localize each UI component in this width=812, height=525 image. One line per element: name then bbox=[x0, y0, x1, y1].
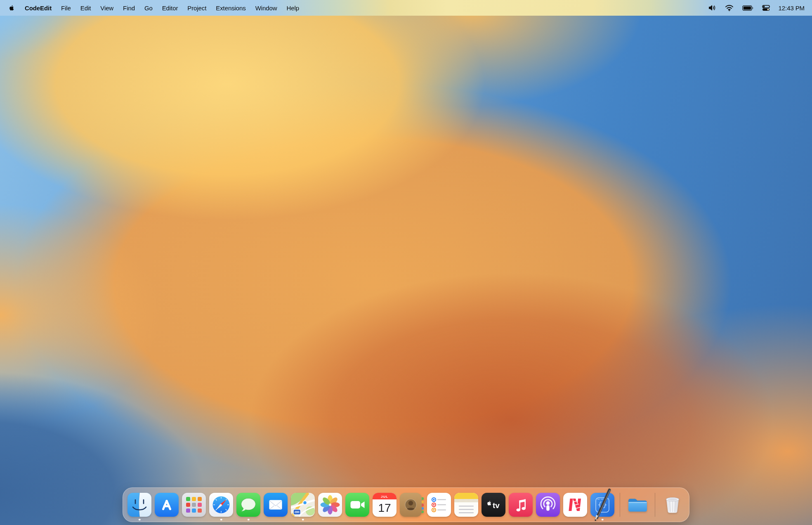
dock-item-reminders[interactable] bbox=[427, 493, 451, 517]
menu-bar-clock[interactable]: 12:43 PM bbox=[779, 5, 805, 12]
dock-item-notes[interactable] bbox=[454, 493, 478, 517]
desktop-wallpaper bbox=[0, 0, 812, 525]
dock-item-maps[interactable]: 280 bbox=[291, 493, 315, 517]
app-menu-title[interactable]: CodeEdit bbox=[25, 5, 52, 12]
control-center-icon[interactable] bbox=[762, 5, 770, 11]
running-indicator bbox=[302, 519, 304, 521]
menu-extensions[interactable]: Extensions bbox=[216, 5, 245, 12]
menu-bar: CodeEdit FileEditViewFindGoEditorProject… bbox=[0, 0, 812, 16]
tv-label: tv bbox=[493, 501, 500, 510]
menu-window[interactable]: Window bbox=[255, 5, 277, 12]
app-store-icon bbox=[155, 493, 179, 517]
dock-item-folder[interactable] bbox=[626, 493, 649, 517]
volume-icon[interactable] bbox=[708, 5, 716, 11]
messages-icon bbox=[236, 493, 260, 517]
safari-icon bbox=[209, 493, 233, 517]
codeedit-icon bbox=[590, 493, 614, 517]
calendar-icon: JUL 17 bbox=[373, 493, 397, 517]
running-indicator bbox=[139, 519, 141, 521]
dock: 280 bbox=[123, 487, 689, 522]
menu-file[interactable]: File bbox=[61, 5, 71, 12]
menu-view[interactable]: View bbox=[100, 5, 113, 12]
menu-edit[interactable]: Edit bbox=[80, 5, 91, 12]
contacts-icon bbox=[400, 493, 424, 517]
calendar-month-label: JUL bbox=[381, 495, 388, 499]
podcasts-icon bbox=[536, 493, 560, 517]
apple-logo-icon bbox=[8, 4, 15, 12]
dock-item-music[interactable] bbox=[509, 493, 533, 517]
dock-item-podcasts[interactable] bbox=[536, 493, 560, 517]
dock-item-trash[interactable] bbox=[661, 493, 685, 517]
music-icon bbox=[509, 493, 533, 517]
dock-item-contacts[interactable] bbox=[400, 493, 424, 517]
dock-item-photos[interactable] bbox=[318, 493, 342, 517]
dock-item-safari[interactable] bbox=[209, 493, 233, 517]
news-icon bbox=[563, 493, 587, 517]
photos-icon bbox=[318, 493, 342, 517]
dock-separator bbox=[620, 493, 620, 517]
notes-icon bbox=[454, 493, 478, 517]
mail-icon bbox=[264, 493, 288, 517]
dock-item-facetime[interactable] bbox=[345, 493, 369, 517]
dock-item-messages[interactable] bbox=[236, 493, 260, 517]
wifi-icon[interactable] bbox=[725, 5, 734, 11]
launchpad-icon bbox=[182, 493, 206, 517]
menu-project[interactable]: Project bbox=[187, 5, 206, 12]
finder-icon bbox=[127, 493, 151, 517]
facetime-icon bbox=[345, 493, 369, 517]
menu-list: FileEditViewFindGoEditorProjectExtension… bbox=[61, 5, 299, 12]
menu-go[interactable]: Go bbox=[144, 5, 153, 12]
dock-item-calendar[interactable]: JUL 17 bbox=[373, 493, 397, 517]
dock-item-launchpad[interactable] bbox=[182, 493, 206, 517]
reminders-icon bbox=[427, 493, 451, 517]
maps-icon: 280 bbox=[291, 493, 315, 517]
running-indicator bbox=[220, 519, 222, 521]
menu-help[interactable]: Help bbox=[286, 5, 299, 12]
running-indicator bbox=[602, 519, 604, 521]
dock-item-tv[interactable]: tv bbox=[482, 493, 505, 517]
apple-tv-icon: tv bbox=[482, 493, 505, 517]
dock-item-finder[interactable] bbox=[127, 493, 151, 517]
apple-menu[interactable] bbox=[8, 4, 15, 12]
menu-find[interactable]: Find bbox=[123, 5, 135, 12]
dock-item-news[interactable] bbox=[563, 493, 587, 517]
dock-separator bbox=[655, 493, 655, 517]
maps-route-badge: 280 bbox=[295, 511, 300, 513]
calendar-day-label: 17 bbox=[378, 501, 391, 514]
dock-item-mail[interactable] bbox=[264, 493, 288, 517]
dock-item-codeedit[interactable] bbox=[590, 493, 614, 517]
menu-editor[interactable]: Editor bbox=[162, 5, 178, 12]
dock-item-app-store[interactable] bbox=[155, 493, 179, 517]
running-indicator bbox=[248, 519, 250, 521]
battery-icon[interactable] bbox=[742, 5, 753, 11]
trash-icon bbox=[661, 493, 685, 517]
folder-icon bbox=[626, 493, 649, 517]
desktop: CodeEdit FileEditViewFindGoEditorProject… bbox=[0, 0, 812, 525]
